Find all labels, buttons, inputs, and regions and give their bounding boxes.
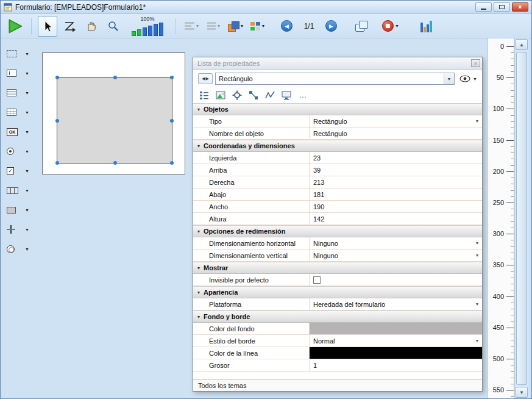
selection-handle-sw[interactable] bbox=[55, 161, 59, 165]
property-value[interactable]: 213 bbox=[309, 176, 482, 188]
tool-button-grid[interactable]: ▼ bbox=[1, 181, 34, 200]
tool-plugin-area[interactable]: ▼ bbox=[1, 240, 34, 258]
distribute-dropdown-button[interactable]: ▼ bbox=[204, 16, 224, 37]
chevron-down-icon: ▼ bbox=[25, 91, 29, 95]
section-header-redimension[interactable]: ▾ Opciones de redimensión bbox=[193, 225, 482, 237]
property-value[interactable]: 23 bbox=[309, 152, 482, 164]
previous-page-button[interactable]: ◀ bbox=[281, 20, 293, 32]
tool-marquee[interactable]: ▼ bbox=[1, 45, 34, 63]
scrollbar-thumb[interactable] bbox=[516, 52, 527, 385]
tool-radio-button[interactable]: ▼ bbox=[1, 142, 34, 160]
tab-curve[interactable] bbox=[264, 90, 275, 101]
section-header-apariencia[interactable]: ▾ Apariencia bbox=[193, 286, 482, 298]
tool-input[interactable]: ▼ bbox=[1, 64, 34, 82]
tool-button[interactable]: OK▼ bbox=[1, 123, 34, 141]
zoom-tool-button[interactable] bbox=[104, 16, 123, 37]
close-button[interactable]: × bbox=[512, 2, 528, 12]
line-color-swatch[interactable] bbox=[309, 347, 482, 359]
tab-connections[interactable] bbox=[248, 90, 259, 101]
form-pages-button[interactable] bbox=[352, 16, 371, 37]
scroll-up-button[interactable]: ▲ bbox=[516, 39, 528, 50]
section-header-objetos[interactable]: ▾ Objetos bbox=[193, 103, 482, 115]
zoom-level-label: 100% bbox=[140, 16, 154, 22]
tab-settings[interactable] bbox=[232, 90, 243, 101]
property-value[interactable]: 39 bbox=[309, 164, 482, 176]
pointer-cursor-icon bbox=[41, 20, 54, 32]
property-value[interactable]: 190 bbox=[309, 201, 482, 212]
property-value-dropdown[interactable]: Normal ▾ bbox=[309, 335, 482, 347]
tool-splitter[interactable]: ▼ bbox=[1, 220, 34, 239]
list-icon bbox=[199, 90, 209, 100]
selection-handle-s[interactable] bbox=[113, 161, 117, 165]
monitor-icon bbox=[282, 90, 291, 100]
page-indicator: 1/1 bbox=[295, 22, 323, 31]
hand-tool-button[interactable] bbox=[82, 16, 101, 37]
ruler-tick: 350 bbox=[488, 261, 514, 269]
form-canvas[interactable] bbox=[42, 52, 185, 174]
zoom-bar[interactable] bbox=[132, 31, 136, 36]
scroll-down-button[interactable]: ▼ bbox=[516, 387, 528, 398]
selection-handle-ne[interactable] bbox=[170, 76, 174, 79]
radio-button-icon bbox=[7, 148, 14, 155]
object-combobox[interactable]: Rectángulo ▼ bbox=[215, 73, 455, 85]
level-dropdown-button[interactable]: ▼ bbox=[226, 16, 246, 37]
property-value[interactable]: 142 bbox=[309, 213, 482, 225]
entry-order-tool-button[interactable] bbox=[60, 16, 79, 37]
minimize-button[interactable] bbox=[475, 2, 492, 12]
tab-picture[interactable] bbox=[215, 90, 226, 101]
panel-close-button[interactable]: × bbox=[471, 59, 480, 67]
zoom-bar[interactable] bbox=[143, 27, 147, 36]
background-color-swatch[interactable] bbox=[309, 323, 482, 334]
next-page-button[interactable]: ▶ bbox=[325, 20, 337, 32]
tool-field-list[interactable]: ▼ bbox=[1, 84, 34, 102]
tool-rectangle[interactable]: ▼ bbox=[1, 201, 34, 219]
rectangle-icon bbox=[7, 207, 16, 214]
combobox-arrow-button[interactable]: ▼ bbox=[444, 73, 454, 84]
invisible-checkbox[interactable] bbox=[313, 276, 321, 284]
tab-display[interactable] bbox=[281, 90, 292, 101]
zoom-bar[interactable] bbox=[137, 29, 141, 36]
property-value-dropdown[interactable]: Rectángulo ▾ bbox=[309, 115, 482, 127]
display-options-dropdown-button[interactable]: ▼ bbox=[248, 16, 268, 37]
selection-handle-se[interactable] bbox=[170, 161, 174, 165]
property-row-dim-vertical: Dimensionamiento vertical Ninguno ▾ bbox=[193, 250, 482, 262]
panel-title-bar[interactable]: Lista de propiedades × bbox=[193, 57, 482, 70]
tab-more[interactable]: … bbox=[297, 90, 308, 101]
section-header-fondo-borde[interactable]: ▾ Fondo y borde bbox=[193, 311, 482, 323]
tab-property-list[interactable] bbox=[199, 90, 210, 101]
property-row-derecha: Derecha 213 bbox=[193, 176, 482, 189]
section-header-coordenadas[interactable]: ▾ Coordenadas y dimensiones bbox=[193, 140, 482, 152]
run-form-button[interactable] bbox=[5, 16, 25, 37]
selection-handle-e[interactable] bbox=[170, 119, 174, 123]
selection-handle-nw[interactable] bbox=[55, 76, 59, 79]
stop-dropdown-button[interactable]: ▼ bbox=[381, 16, 400, 37]
pointer-tool-button[interactable] bbox=[38, 16, 57, 37]
align-dropdown-button[interactable]: ▼ bbox=[182, 16, 202, 37]
zoom-level-widget[interactable]: 100% bbox=[128, 16, 167, 36]
property-label: Plataforma bbox=[193, 298, 309, 310]
selection-handle-n[interactable] bbox=[113, 76, 117, 79]
property-row-tipo: Tipo Rectángulo ▾ bbox=[193, 115, 482, 128]
zoom-bar[interactable] bbox=[148, 26, 152, 36]
property-value[interactable]: Rectángulo bbox=[309, 128, 482, 139]
vertical-ruler: 0 50 100 150 200 250 300 350 400 450 500… bbox=[487, 38, 514, 398]
property-label: Color de la línea bbox=[193, 347, 309, 359]
section-header-mostrar[interactable]: ▾ Mostrar bbox=[193, 262, 482, 274]
view-options-button[interactable]: ▼ bbox=[459, 75, 477, 82]
magnifier-icon bbox=[107, 20, 119, 32]
vertical-scrollbar[interactable]: ▲ ▼ bbox=[514, 38, 528, 398]
property-value-dropdown[interactable]: Ninguno ▾ bbox=[309, 250, 482, 261]
property-value[interactable]: 1 bbox=[309, 359, 482, 371]
object-spinner[interactable]: ◀ ▶ bbox=[198, 73, 213, 84]
tool-checkbox[interactable]: ✓▼ bbox=[1, 162, 34, 180]
zoom-bar[interactable] bbox=[154, 24, 158, 36]
chart-button[interactable] bbox=[416, 16, 436, 37]
property-value-dropdown[interactable]: Ninguno ▾ bbox=[309, 237, 482, 249]
selection-handle-w[interactable] bbox=[55, 119, 59, 123]
zoom-bar[interactable] bbox=[159, 23, 163, 36]
maximize-button[interactable] bbox=[494, 2, 510, 12]
property-value-dropdown[interactable]: Heredada del formulario ▾ bbox=[309, 298, 482, 310]
selected-rectangle-object[interactable] bbox=[57, 77, 172, 164]
tool-list-box[interactable]: ▼ bbox=[1, 103, 34, 121]
property-value[interactable]: 181 bbox=[309, 189, 482, 200]
